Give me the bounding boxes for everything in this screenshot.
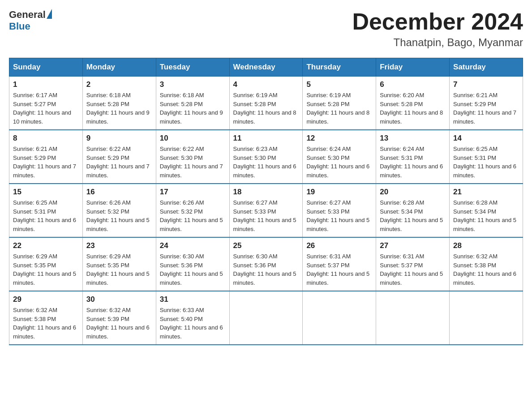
day-info: Sunrise: 6:23 AMSunset: 5:30 PMDaylight:… [233, 145, 299, 180]
day-info: Sunrise: 6:32 AMSunset: 5:38 PMDaylight:… [13, 306, 79, 341]
page-header: General Blue December 2024 Thanatpin, Ba… [9, 9, 523, 49]
column-header-tuesday: Tuesday [156, 58, 229, 77]
logo: General Blue [9, 9, 52, 32]
day-number: 8 [13, 134, 79, 143]
day-number: 5 [306, 80, 372, 89]
day-number: 23 [86, 241, 152, 250]
day-info: Sunrise: 6:28 AMSunset: 5:34 PMDaylight:… [380, 198, 446, 233]
day-info: Sunrise: 6:32 AMSunset: 5:39 PMDaylight:… [86, 306, 152, 341]
calendar-cell [303, 291, 376, 345]
day-info: Sunrise: 6:25 AMSunset: 5:31 PMDaylight:… [453, 145, 519, 180]
logo-blue-text: Blue [9, 21, 52, 32]
calendar-cell: 25Sunrise: 6:30 AMSunset: 5:36 PMDayligh… [229, 237, 303, 291]
day-info: Sunrise: 6:30 AMSunset: 5:36 PMDaylight:… [233, 252, 299, 287]
calendar-cell: 23Sunrise: 6:29 AMSunset: 5:35 PMDayligh… [82, 237, 156, 291]
day-info: Sunrise: 6:27 AMSunset: 5:33 PMDaylight:… [306, 198, 372, 233]
day-info: Sunrise: 6:31 AMSunset: 5:37 PMDaylight:… [380, 252, 446, 287]
week-row-3: 15Sunrise: 6:25 AMSunset: 5:31 PMDayligh… [9, 184, 523, 237]
calendar-cell: 1Sunrise: 6:17 AMSunset: 5:27 PMDaylight… [9, 77, 83, 130]
day-number: 24 [160, 241, 226, 250]
day-number: 21 [453, 188, 519, 197]
calendar-cell: 15Sunrise: 6:25 AMSunset: 5:31 PMDayligh… [9, 184, 83, 237]
calendar-cell: 19Sunrise: 6:27 AMSunset: 5:33 PMDayligh… [303, 184, 376, 237]
day-number: 11 [233, 134, 299, 143]
location-title: Thanatpin, Bago, Myanmar [352, 36, 523, 49]
calendar-cell: 30Sunrise: 6:32 AMSunset: 5:39 PMDayligh… [82, 291, 156, 345]
calendar-cell: 8Sunrise: 6:21 AMSunset: 5:29 PMDaylight… [9, 130, 83, 184]
day-number: 1 [13, 80, 79, 89]
column-header-sunday: Sunday [9, 58, 83, 77]
day-number: 19 [306, 188, 372, 197]
calendar-cell: 16Sunrise: 6:26 AMSunset: 5:32 PMDayligh… [82, 184, 156, 237]
calendar-table: SundayMondayTuesdayWednesdayThursdayFrid… [9, 58, 523, 345]
day-number: 28 [453, 241, 519, 250]
day-number: 31 [160, 295, 226, 304]
calendar-cell: 26Sunrise: 6:31 AMSunset: 5:37 PMDayligh… [303, 237, 376, 291]
day-number: 4 [233, 80, 299, 89]
day-number: 9 [86, 134, 152, 143]
day-number: 26 [306, 241, 372, 250]
calendar-cell: 28Sunrise: 6:32 AMSunset: 5:38 PMDayligh… [450, 237, 523, 291]
day-info: Sunrise: 6:19 AMSunset: 5:28 PMDaylight:… [233, 91, 299, 126]
calendar-cell: 5Sunrise: 6:19 AMSunset: 5:28 PMDaylight… [303, 77, 376, 130]
column-header-thursday: Thursday [303, 58, 376, 77]
day-info: Sunrise: 6:22 AMSunset: 5:29 PMDaylight:… [86, 145, 152, 180]
month-title: December 2024 [352, 9, 523, 34]
day-number: 29 [13, 295, 79, 304]
calendar-cell: 11Sunrise: 6:23 AMSunset: 5:30 PMDayligh… [229, 130, 303, 184]
calendar-cell: 4Sunrise: 6:19 AMSunset: 5:28 PMDaylight… [229, 77, 303, 130]
calendar-cell: 31Sunrise: 6:33 AMSunset: 5:40 PMDayligh… [156, 291, 229, 345]
calendar-cell [376, 291, 450, 345]
day-info: Sunrise: 6:33 AMSunset: 5:40 PMDaylight:… [160, 306, 226, 341]
logo-triangle-icon [47, 9, 52, 19]
week-row-5: 29Sunrise: 6:32 AMSunset: 5:38 PMDayligh… [9, 291, 523, 345]
calendar-cell: 9Sunrise: 6:22 AMSunset: 5:29 PMDaylight… [82, 130, 156, 184]
day-info: Sunrise: 6:31 AMSunset: 5:37 PMDaylight:… [306, 252, 372, 287]
day-info: Sunrise: 6:29 AMSunset: 5:35 PMDaylight:… [13, 252, 79, 287]
day-info: Sunrise: 6:29 AMSunset: 5:35 PMDaylight:… [86, 252, 152, 287]
calendar-header-row: SundayMondayTuesdayWednesdayThursdayFrid… [9, 58, 523, 77]
calendar-cell: 17Sunrise: 6:26 AMSunset: 5:32 PMDayligh… [156, 184, 229, 237]
title-area: December 2024 Thanatpin, Bago, Myanmar [352, 9, 523, 49]
day-number: 14 [453, 134, 519, 143]
calendar-cell: 29Sunrise: 6:32 AMSunset: 5:38 PMDayligh… [9, 291, 83, 345]
day-info: Sunrise: 6:28 AMSunset: 5:34 PMDaylight:… [453, 198, 519, 233]
day-number: 22 [13, 241, 79, 250]
day-info: Sunrise: 6:26 AMSunset: 5:32 PMDaylight:… [160, 198, 226, 233]
day-number: 18 [233, 188, 299, 197]
calendar-cell: 27Sunrise: 6:31 AMSunset: 5:37 PMDayligh… [376, 237, 450, 291]
day-info: Sunrise: 6:18 AMSunset: 5:28 PMDaylight:… [160, 91, 226, 126]
column-header-friday: Friday [376, 58, 450, 77]
calendar-cell: 24Sunrise: 6:30 AMSunset: 5:36 PMDayligh… [156, 237, 229, 291]
day-info: Sunrise: 6:26 AMSunset: 5:32 PMDaylight:… [86, 198, 152, 233]
column-header-wednesday: Wednesday [229, 58, 303, 77]
column-header-monday: Monday [82, 58, 156, 77]
day-number: 3 [160, 80, 226, 89]
day-info: Sunrise: 6:17 AMSunset: 5:27 PMDaylight:… [13, 91, 79, 126]
week-row-1: 1Sunrise: 6:17 AMSunset: 5:27 PMDaylight… [9, 77, 523, 130]
day-info: Sunrise: 6:18 AMSunset: 5:28 PMDaylight:… [86, 91, 152, 126]
day-info: Sunrise: 6:32 AMSunset: 5:38 PMDaylight:… [453, 252, 519, 287]
logo-general-text: General [9, 9, 46, 21]
day-number: 12 [306, 134, 372, 143]
day-info: Sunrise: 6:20 AMSunset: 5:28 PMDaylight:… [380, 91, 446, 126]
calendar-cell: 10Sunrise: 6:22 AMSunset: 5:30 PMDayligh… [156, 130, 229, 184]
calendar-cell: 21Sunrise: 6:28 AMSunset: 5:34 PMDayligh… [450, 184, 523, 237]
day-info: Sunrise: 6:25 AMSunset: 5:31 PMDaylight:… [13, 198, 79, 233]
day-info: Sunrise: 6:21 AMSunset: 5:29 PMDaylight:… [13, 145, 79, 180]
calendar-cell: 12Sunrise: 6:24 AMSunset: 5:30 PMDayligh… [303, 130, 376, 184]
calendar-cell: 2Sunrise: 6:18 AMSunset: 5:28 PMDaylight… [82, 77, 156, 130]
calendar-cell [229, 291, 303, 345]
calendar-cell: 18Sunrise: 6:27 AMSunset: 5:33 PMDayligh… [229, 184, 303, 237]
day-info: Sunrise: 6:24 AMSunset: 5:31 PMDaylight:… [380, 145, 446, 180]
day-info: Sunrise: 6:27 AMSunset: 5:33 PMDaylight:… [233, 198, 299, 233]
day-number: 13 [380, 134, 446, 143]
calendar-cell: 6Sunrise: 6:20 AMSunset: 5:28 PMDaylight… [376, 77, 450, 130]
day-number: 27 [380, 241, 446, 250]
calendar-cell: 14Sunrise: 6:25 AMSunset: 5:31 PMDayligh… [450, 130, 523, 184]
day-number: 30 [86, 295, 152, 304]
day-number: 2 [86, 80, 152, 89]
day-info: Sunrise: 6:19 AMSunset: 5:28 PMDaylight:… [306, 91, 372, 126]
day-number: 10 [160, 134, 226, 143]
week-row-4: 22Sunrise: 6:29 AMSunset: 5:35 PMDayligh… [9, 237, 523, 291]
